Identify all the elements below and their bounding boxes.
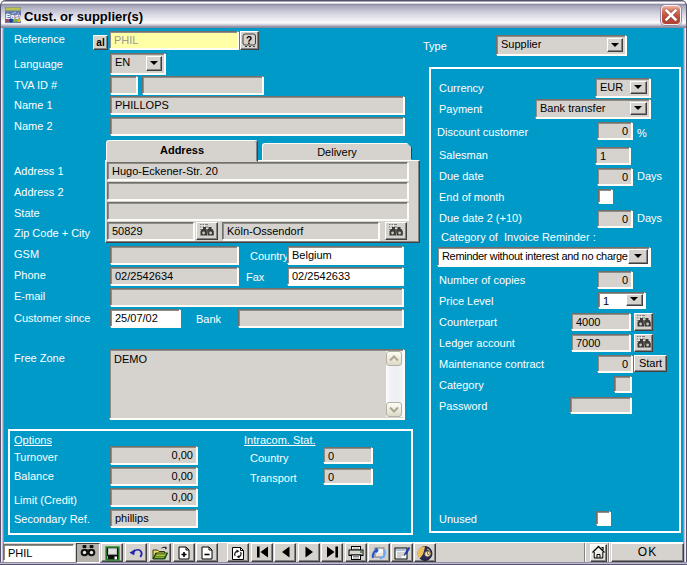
svg-text:?: ? xyxy=(246,34,252,45)
